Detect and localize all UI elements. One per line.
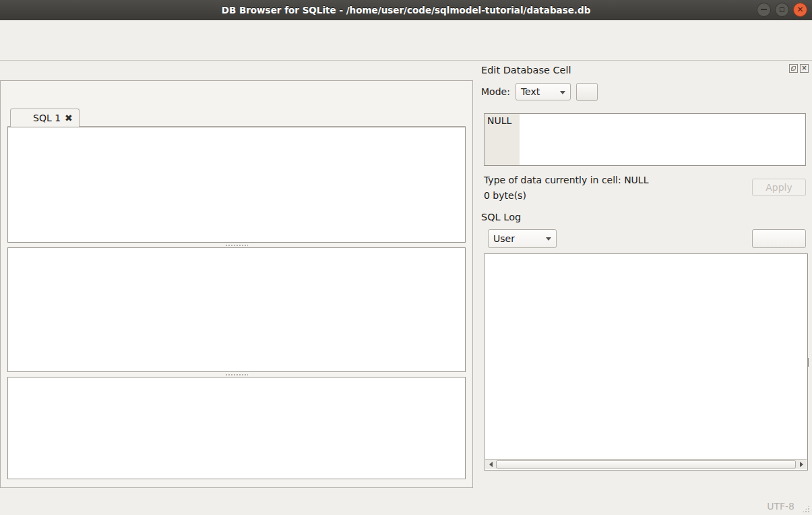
sql-editor-tab-label: SQL 1	[33, 113, 61, 123]
sql-editor[interactable]	[7, 127, 466, 243]
cell-null-value: NULL	[485, 114, 520, 165]
editor-results-splitter[interactable]	[7, 243, 466, 247]
scroll-left-icon[interactable]	[485, 460, 496, 469]
window-title: DB Browser for SQLite - /home/user/code/…	[0, 0, 812, 20]
sql-log-dock-title: SQL Log ×	[476, 208, 812, 224]
execution-message	[7, 377, 466, 479]
sql-toolbar	[7, 81, 466, 107]
encoding-indicator[interactable]: UTF-8	[767, 501, 794, 512]
mode-combobox[interactable]: Text	[516, 83, 571, 100]
close-sql-tab-icon[interactable]: ✖	[65, 113, 73, 123]
sql-editor-tab[interactable]: SQL 1 ✖	[10, 109, 80, 127]
close-button[interactable]: ✕	[793, 3, 807, 17]
cell-size-text: 0 byte(s)	[484, 190, 526, 201]
sql-document-icon	[17, 112, 29, 124]
sql-editor-tabbar: SQL 1 ✖	[7, 107, 466, 127]
menubar	[0, 20, 812, 36]
results-grid[interactable]	[7, 247, 466, 372]
main-toolbar	[0, 36, 812, 61]
cell-value-editor[interactable]: NULL	[484, 113, 806, 166]
titlebar[interactable]: DB Browser for SQLite - /home/user/code/…	[0, 0, 812, 20]
cell-type-text: Type of data currently in cell: NULL	[484, 175, 648, 185]
sql-log-view[interactable]	[484, 253, 808, 471]
statusbar: UTF-8	[0, 499, 812, 515]
mode-label: Mode:	[481, 86, 510, 97]
log-horizontal-scrollbar[interactable]	[485, 459, 807, 469]
float-dock-icon[interactable]	[789, 64, 798, 73]
results-message-splitter[interactable]	[7, 372, 466, 377]
right-dock: Edit Database Cell × Mode: Text NULL Typ…	[476, 61, 812, 499]
resize-grip[interactable]	[802, 505, 810, 513]
db-browser-window: DB Browser for SQLite - /home/user/code/…	[0, 0, 812, 515]
clear-log-button[interactable]	[752, 229, 806, 248]
main-tabs	[0, 61, 473, 80]
submitter-combobox[interactable]: User	[488, 229, 557, 248]
minimize-button[interactable]	[757, 3, 771, 17]
apply-button[interactable]: Apply	[752, 179, 806, 196]
close-dock-icon[interactable]: ×	[800, 64, 809, 73]
dock-tabs	[476, 477, 477, 495]
apply-format-button[interactable]	[576, 83, 598, 101]
cell-mode-row: Mode: Text	[481, 81, 806, 102]
maximize-button[interactable]	[775, 3, 789, 17]
scrollbar-thumb[interactable]	[496, 460, 796, 468]
sql-log-filter-row: User	[481, 228, 806, 249]
edit-cell-dock-title: Edit Database Cell ×	[476, 61, 812, 77]
panel-splitter[interactable]	[470, 63, 475, 497]
scroll-right-icon[interactable]	[796, 460, 807, 469]
execute-sql-pane: SQL 1 ✖	[0, 80, 473, 488]
main-tab-widget: SQL 1 ✖	[0, 61, 473, 497]
